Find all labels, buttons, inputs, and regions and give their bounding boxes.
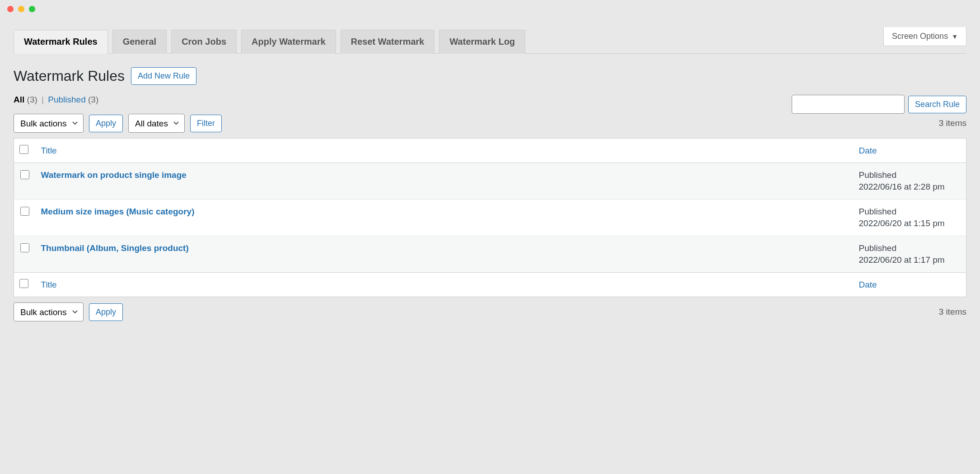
filter-separator: | xyxy=(42,95,44,104)
column-date-footer: Date xyxy=(854,273,966,297)
page-title: Watermark Rules xyxy=(14,68,125,84)
table-header-row: Title Date xyxy=(14,139,966,163)
tab-cron-jobs[interactable]: Cron Jobs xyxy=(171,30,237,54)
search-row: Search Rule xyxy=(792,95,966,114)
row-date-cell: Published 2022/06/20 at 1:15 pm xyxy=(854,200,966,236)
row-title-cell: Thumbnail (Album, Singles product) xyxy=(36,236,854,273)
screen-options-toggle[interactable]: Screen Options ▼ xyxy=(883,27,966,46)
table-row: Thumbnail (Album, Singles product) Publi… xyxy=(14,236,966,273)
caret-down-icon: ▼ xyxy=(952,33,958,40)
row-checkbox-cell xyxy=(14,200,36,236)
close-window-icon[interactable] xyxy=(7,6,14,12)
row-date-cell: Published 2022/06/16 at 2:28 pm xyxy=(854,163,966,200)
select-all-checkbox-bottom[interactable] xyxy=(19,279,28,288)
row-status: Published xyxy=(859,207,961,217)
apply-bulk-button-top[interactable]: Apply xyxy=(89,115,123,132)
row-date: 2022/06/20 at 1:17 pm xyxy=(859,255,961,265)
apply-bulk-button-bottom[interactable]: Apply xyxy=(89,303,123,321)
row-status: Published xyxy=(859,170,961,180)
tablenav-top: Bulk actions Apply All dates Filter 3 it… xyxy=(14,114,966,133)
filter-all-count: (3) xyxy=(27,95,37,104)
filter-button[interactable]: Filter xyxy=(190,115,222,132)
tab-watermark-log[interactable]: Watermark Log xyxy=(439,30,525,54)
column-date-sort-link-footer[interactable]: Date xyxy=(859,280,877,289)
column-title-header-top: Title xyxy=(36,139,854,163)
tablenav-top-left: Bulk actions Apply All dates Filter xyxy=(14,114,222,133)
tab-reset-watermark[interactable]: Reset Watermark xyxy=(341,30,435,54)
search-input[interactable] xyxy=(792,95,905,114)
row-checkbox-cell xyxy=(14,163,36,200)
select-all-checkbox-top[interactable] xyxy=(19,145,28,154)
tablenav-bottom-left: Bulk actions Apply xyxy=(14,302,123,321)
rules-table: Title Date Watermark on product single i… xyxy=(14,138,966,297)
app-window: Screen Options ▼ Watermark Rules General… xyxy=(0,0,980,335)
filter-published-count: (3) xyxy=(88,95,98,104)
row-date: 2022/06/20 at 1:15 pm xyxy=(859,218,961,228)
column-date-sort-link[interactable]: Date xyxy=(859,146,877,155)
maximize-window-icon[interactable] xyxy=(29,6,35,12)
page-content: Screen Options ▼ Watermark Rules General… xyxy=(0,29,980,335)
table-row: Watermark on product single image Publis… xyxy=(14,163,966,200)
add-new-rule-button[interactable]: Add New Rule xyxy=(131,67,196,85)
table-footer-row: Title Date xyxy=(14,273,966,297)
bulk-actions-select-top[interactable]: Bulk actions xyxy=(14,114,84,133)
table-row: Medium size images (Music category) Publ… xyxy=(14,200,966,236)
row-checkbox[interactable] xyxy=(20,207,29,216)
window-titlebar xyxy=(0,0,980,18)
items-count-top: 3 items xyxy=(939,118,966,128)
column-title-footer: Title xyxy=(36,273,854,297)
page-header: Watermark Rules Add New Rule xyxy=(14,67,966,85)
tab-apply-watermark[interactable]: Apply Watermark xyxy=(241,30,336,54)
row-date-cell: Published 2022/06/20 at 1:17 pm xyxy=(854,236,966,273)
tab-watermark-rules[interactable]: Watermark Rules xyxy=(14,30,108,54)
bulk-actions-select-bottom[interactable]: Bulk actions xyxy=(14,302,84,321)
select-all-footer xyxy=(14,273,36,297)
rule-title-link[interactable]: Medium size images (Music category) xyxy=(41,207,195,216)
rule-title-link[interactable]: Thumbnail (Album, Singles product) xyxy=(41,243,189,253)
search-rule-button[interactable]: Search Rule xyxy=(908,96,966,113)
minimize-window-icon[interactable] xyxy=(18,6,24,12)
filter-published-link[interactable]: Published xyxy=(48,95,85,104)
row-title-cell: Medium size images (Music category) xyxy=(36,200,854,236)
date-filter-select[interactable]: All dates xyxy=(128,114,185,133)
column-title-sort-link[interactable]: Title xyxy=(41,146,57,155)
screen-options-label: Screen Options xyxy=(892,32,948,41)
tab-bar: Watermark Rules General Cron Jobs Apply … xyxy=(14,29,966,54)
select-all-header-top xyxy=(14,139,36,163)
column-date-header-top: Date xyxy=(854,139,966,163)
rule-title-link[interactable]: Watermark on product single image xyxy=(41,170,187,180)
filter-all-label[interactable]: All xyxy=(14,95,24,104)
row-status: Published xyxy=(859,243,961,253)
items-count-bottom: 3 items xyxy=(939,307,966,317)
row-title-cell: Watermark on product single image xyxy=(36,163,854,200)
column-title-sort-link-footer[interactable]: Title xyxy=(41,280,57,289)
row-checkbox-cell xyxy=(14,236,36,273)
row-date: 2022/06/16 at 2:28 pm xyxy=(859,182,961,192)
row-checkbox[interactable] xyxy=(20,170,29,179)
tab-general[interactable]: General xyxy=(112,30,167,54)
row-checkbox[interactable] xyxy=(20,243,29,252)
tablenav-bottom: Bulk actions Apply 3 items xyxy=(14,302,966,321)
